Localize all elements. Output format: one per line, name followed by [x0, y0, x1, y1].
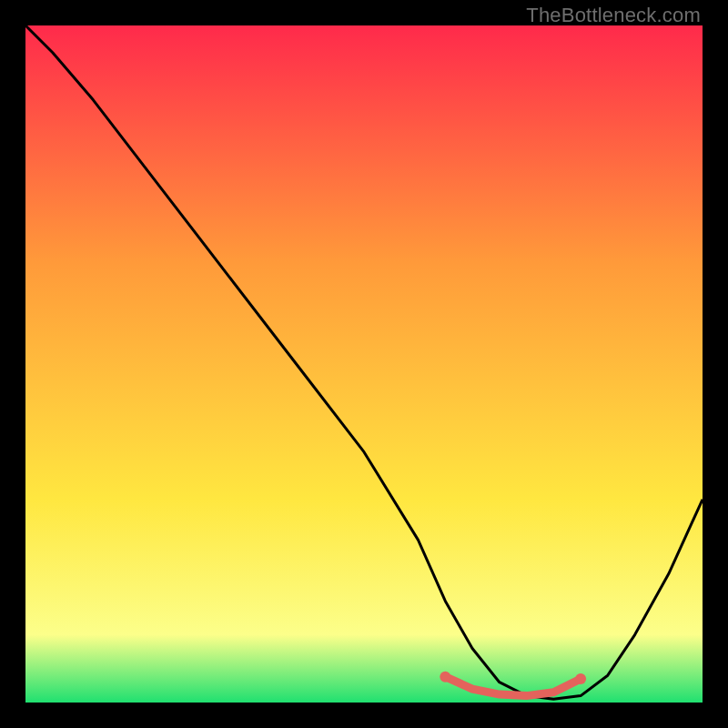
- bottleneck-chart: [25, 25, 703, 703]
- optimal-range-endpoint: [575, 673, 586, 684]
- gradient-background: [25, 25, 703, 703]
- chart-frame: [25, 25, 703, 703]
- optimal-range-endpoint: [440, 672, 450, 682]
- watermark-text: TheBottleneck.com: [526, 4, 701, 27]
